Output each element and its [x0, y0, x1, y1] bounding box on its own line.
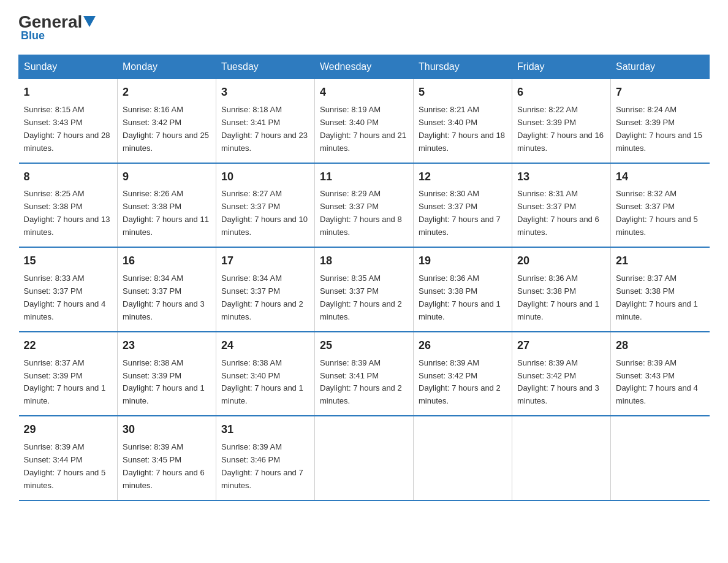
week-row-3: 15 Sunrise: 8:33 AMSunset: 3:37 PMDaylig…	[19, 247, 710, 332]
day-number: 29	[24, 421, 113, 439]
week-row-1: 1 Sunrise: 8:15 AMSunset: 3:43 PMDayligh…	[19, 79, 710, 163]
day-info: Sunrise: 8:39 AMSunset: 3:42 PMDaylight:…	[419, 358, 501, 406]
day-number: 24	[221, 337, 309, 354]
day-info: Sunrise: 8:32 AMSunset: 3:37 PMDaylight:…	[616, 189, 698, 237]
logo-blue-text: Blue	[18, 29, 45, 42]
calendar-cell: 17 Sunrise: 8:34 AMSunset: 3:37 PMDaylig…	[216, 247, 315, 332]
week-row-5: 29 Sunrise: 8:39 AMSunset: 3:44 PMDaylig…	[19, 416, 710, 500]
day-info: Sunrise: 8:38 AMSunset: 3:39 PMDaylight:…	[123, 358, 205, 406]
day-number: 8	[24, 169, 113, 186]
day-info: Sunrise: 8:18 AMSunset: 3:41 PMDaylight:…	[221, 105, 308, 153]
calendar-cell: 3 Sunrise: 8:18 AMSunset: 3:41 PMDayligh…	[216, 79, 315, 163]
logo-triangle-icon	[83, 16, 96, 28]
day-number: 28	[616, 337, 705, 354]
calendar-cell: 22 Sunrise: 8:37 AMSunset: 3:39 PMDaylig…	[19, 332, 118, 416]
calendar-cell: 27 Sunrise: 8:39 AMSunset: 3:42 PMDaylig…	[512, 332, 611, 416]
calendar-cell: 26 Sunrise: 8:39 AMSunset: 3:42 PMDaylig…	[414, 332, 512, 416]
day-info: Sunrise: 8:35 AMSunset: 3:37 PMDaylight:…	[320, 274, 402, 321]
day-number: 30	[123, 421, 211, 439]
day-number: 1	[24, 84, 113, 101]
calendar-cell: 18 Sunrise: 8:35 AMSunset: 3:37 PMDaylig…	[315, 247, 414, 332]
week-row-4: 22 Sunrise: 8:37 AMSunset: 3:39 PMDaylig…	[19, 332, 710, 416]
day-info: Sunrise: 8:30 AMSunset: 3:37 PMDaylight:…	[419, 189, 501, 237]
day-number: 16	[123, 253, 211, 270]
day-info: Sunrise: 8:21 AMSunset: 3:40 PMDaylight:…	[419, 105, 505, 153]
calendar-cell: 9 Sunrise: 8:26 AMSunset: 3:38 PMDayligh…	[118, 163, 216, 248]
day-number: 23	[123, 337, 211, 354]
calendar-cell: 14 Sunrise: 8:32 AMSunset: 3:37 PMDaylig…	[611, 163, 710, 248]
day-info: Sunrise: 8:24 AMSunset: 3:39 PMDaylight:…	[616, 105, 702, 153]
day-info: Sunrise: 8:25 AMSunset: 3:38 PMDaylight:…	[24, 189, 110, 237]
logo: General Blue	[18, 12, 96, 42]
day-info: Sunrise: 8:22 AMSunset: 3:39 PMDaylight:…	[517, 105, 604, 153]
day-info: Sunrise: 8:38 AMSunset: 3:40 PMDaylight:…	[221, 358, 303, 406]
day-info: Sunrise: 8:39 AMSunset: 3:46 PMDaylight:…	[221, 442, 303, 490]
calendar-cell: 20 Sunrise: 8:36 AMSunset: 3:38 PMDaylig…	[512, 247, 611, 332]
calendar-cell: 24 Sunrise: 8:38 AMSunset: 3:40 PMDaylig…	[216, 332, 315, 416]
day-info: Sunrise: 8:36 AMSunset: 3:38 PMDaylight:…	[419, 274, 501, 321]
calendar-cell: 12 Sunrise: 8:30 AMSunset: 3:37 PMDaylig…	[414, 163, 512, 248]
calendar-cell: 10 Sunrise: 8:27 AMSunset: 3:37 PMDaylig…	[216, 163, 315, 248]
calendar-cell: 7 Sunrise: 8:24 AMSunset: 3:39 PMDayligh…	[611, 79, 710, 163]
day-number: 25	[320, 337, 408, 354]
day-info: Sunrise: 8:29 AMSunset: 3:37 PMDaylight:…	[320, 189, 402, 237]
day-number: 19	[419, 253, 507, 270]
calendar-cell: 25 Sunrise: 8:39 AMSunset: 3:41 PMDaylig…	[315, 332, 414, 416]
day-info: Sunrise: 8:15 AMSunset: 3:43 PMDaylight:…	[24, 105, 110, 153]
column-header-saturday: Saturday	[611, 55, 710, 79]
day-number: 31	[221, 421, 309, 439]
day-info: Sunrise: 8:31 AMSunset: 3:37 PMDaylight:…	[517, 189, 599, 237]
page-header: General Blue	[18, 12, 710, 42]
calendar-cell: 19 Sunrise: 8:36 AMSunset: 3:38 PMDaylig…	[414, 247, 512, 332]
column-header-sunday: Sunday	[19, 55, 118, 79]
day-number: 22	[24, 337, 113, 354]
day-number: 6	[517, 84, 605, 101]
calendar-cell: 5 Sunrise: 8:21 AMSunset: 3:40 PMDayligh…	[414, 79, 512, 163]
day-number: 9	[123, 169, 211, 186]
day-number: 12	[419, 169, 507, 186]
day-number: 27	[517, 337, 605, 354]
day-info: Sunrise: 8:37 AMSunset: 3:39 PMDaylight:…	[24, 358, 106, 406]
day-info: Sunrise: 8:39 AMSunset: 3:44 PMDaylight:…	[24, 442, 106, 490]
day-info: Sunrise: 8:16 AMSunset: 3:42 PMDaylight:…	[123, 105, 209, 153]
day-number: 17	[221, 253, 309, 270]
column-header-friday: Friday	[512, 55, 611, 79]
day-info: Sunrise: 8:34 AMSunset: 3:37 PMDaylight:…	[123, 274, 205, 321]
day-info: Sunrise: 8:27 AMSunset: 3:37 PMDaylight:…	[221, 189, 308, 237]
day-info: Sunrise: 8:39 AMSunset: 3:41 PMDaylight:…	[320, 358, 402, 406]
day-number: 3	[221, 84, 309, 101]
calendar-cell: 1 Sunrise: 8:15 AMSunset: 3:43 PMDayligh…	[19, 79, 118, 163]
day-info: Sunrise: 8:39 AMSunset: 3:43 PMDaylight:…	[616, 358, 698, 406]
week-row-2: 8 Sunrise: 8:25 AMSunset: 3:38 PMDayligh…	[19, 163, 710, 248]
calendar-cell	[512, 416, 611, 500]
calendar-cell: 2 Sunrise: 8:16 AMSunset: 3:42 PMDayligh…	[118, 79, 216, 163]
day-number: 13	[517, 169, 605, 186]
day-number: 5	[419, 84, 507, 101]
day-info: Sunrise: 8:34 AMSunset: 3:37 PMDaylight:…	[221, 274, 303, 321]
calendar-cell: 28 Sunrise: 8:39 AMSunset: 3:43 PMDaylig…	[611, 332, 710, 416]
day-number: 15	[24, 253, 113, 270]
calendar-cell: 4 Sunrise: 8:19 AMSunset: 3:40 PMDayligh…	[315, 79, 414, 163]
calendar-cell: 16 Sunrise: 8:34 AMSunset: 3:37 PMDaylig…	[118, 247, 216, 332]
day-number: 21	[616, 253, 705, 270]
day-number: 4	[320, 84, 408, 101]
calendar-cell: 11 Sunrise: 8:29 AMSunset: 3:37 PMDaylig…	[315, 163, 414, 248]
calendar-cell: 8 Sunrise: 8:25 AMSunset: 3:38 PMDayligh…	[19, 163, 118, 248]
day-number: 26	[419, 337, 507, 354]
day-info: Sunrise: 8:36 AMSunset: 3:38 PMDaylight:…	[517, 274, 599, 321]
day-info: Sunrise: 8:37 AMSunset: 3:38 PMDaylight:…	[616, 274, 698, 321]
calendar-cell: 23 Sunrise: 8:38 AMSunset: 3:39 PMDaylig…	[118, 332, 216, 416]
day-info: Sunrise: 8:39 AMSunset: 3:45 PMDaylight:…	[123, 442, 205, 490]
day-info: Sunrise: 8:19 AMSunset: 3:40 PMDaylight:…	[320, 105, 406, 153]
day-info: Sunrise: 8:26 AMSunset: 3:38 PMDaylight:…	[123, 189, 209, 237]
svg-marker-0	[83, 16, 96, 27]
day-number: 10	[221, 169, 309, 186]
day-number: 7	[616, 84, 705, 101]
calendar-cell	[611, 416, 710, 500]
calendar-cell: 6 Sunrise: 8:22 AMSunset: 3:39 PMDayligh…	[512, 79, 611, 163]
calendar-cell: 13 Sunrise: 8:31 AMSunset: 3:37 PMDaylig…	[512, 163, 611, 248]
calendar-cell: 30 Sunrise: 8:39 AMSunset: 3:45 PMDaylig…	[118, 416, 216, 500]
calendar-cell: 31 Sunrise: 8:39 AMSunset: 3:46 PMDaylig…	[216, 416, 315, 500]
calendar-cell	[315, 416, 414, 500]
calendar-cell: 29 Sunrise: 8:39 AMSunset: 3:44 PMDaylig…	[19, 416, 118, 500]
